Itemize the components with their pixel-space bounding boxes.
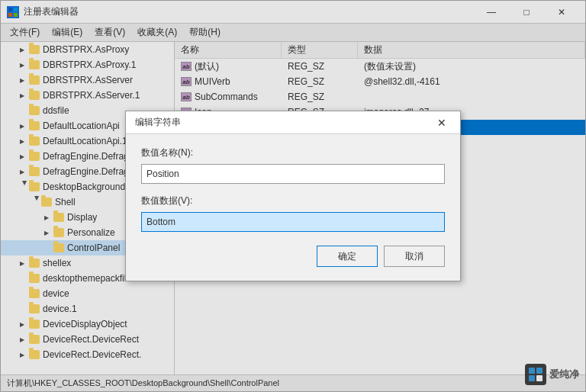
dialog-body: 数值名称(N): 数值数据(V): 确定 取消: [126, 134, 460, 281]
dialog-data-input[interactable]: [141, 212, 445, 232]
edit-string-dialog: 编辑字符串 ✕ 数值名称(N): 数值数据(V): 确定 取消: [125, 111, 461, 281]
dialog-ok-button[interactable]: 确定: [317, 246, 378, 267]
dialog-title-text: 编辑字符串: [135, 116, 181, 129]
dialog-title-bar: 编辑字符串 ✕: [126, 111, 460, 134]
dialog-name-input[interactable]: [141, 164, 445, 184]
dialog-close-button[interactable]: ✕: [433, 114, 451, 132]
dialog-data-label: 数值数据(V):: [141, 194, 445, 207]
dialog-cancel-button[interactable]: 取消: [384, 246, 445, 267]
dialog-buttons: 确定 取消: [141, 243, 445, 272]
dialog-overlay: 编辑字符串 ✕ 数值名称(N): 数值数据(V): 确定 取消: [1, 1, 585, 391]
dialog-name-label: 数值名称(N):: [141, 146, 445, 159]
